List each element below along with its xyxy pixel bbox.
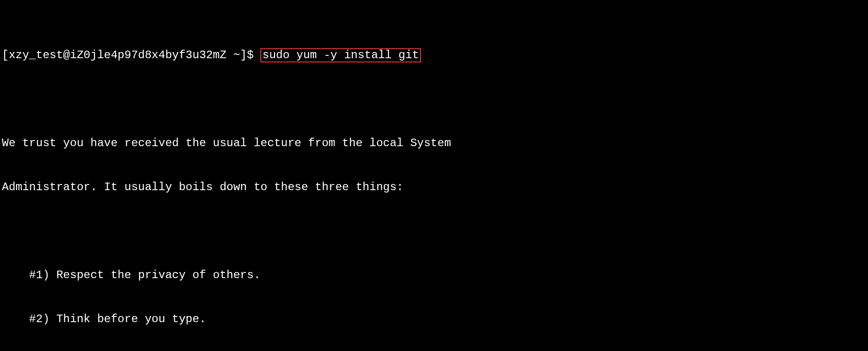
- command-highlight: sudo yum -y install git: [260, 48, 421, 62]
- terminal-window[interactable]: [xzy_test@iZ0jle4p97d8x4byf3u32mZ ~]$ su…: [0, 0, 868, 351]
- lecture-line-1: We trust you have received the usual lec…: [2, 136, 866, 150]
- shell-prompt: [xzy_test@iZ0jle4p97d8x4byf3u32mZ ~]$: [2, 49, 260, 61]
- lecture-line-2: Administrator. It usually boils down to …: [2, 180, 866, 194]
- lecture-rule-2: #2) Think before you type.: [2, 312, 866, 326]
- prompt-line: [xzy_test@iZ0jle4p97d8x4byf3u32mZ ~]$ su…: [2, 48, 866, 62]
- blank-line: [2, 92, 866, 106]
- blank-line: [2, 224, 866, 238]
- lecture-rule-1: #1) Respect the privacy of others.: [2, 268, 866, 282]
